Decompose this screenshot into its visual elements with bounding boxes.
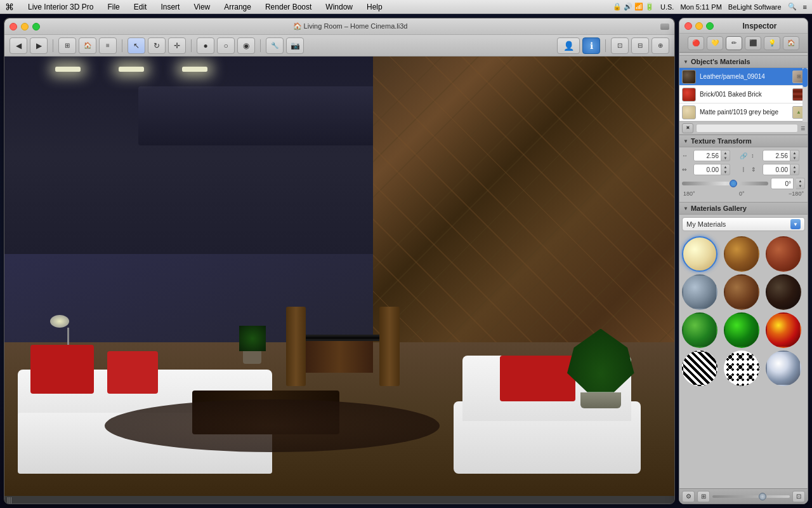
menu-icon[interactable]: ≡ <box>803 3 807 11</box>
sphere-spots[interactable] <box>724 351 759 386</box>
rotation-up[interactable]: ▲ <box>796 178 804 184</box>
sphere-metal[interactable] <box>682 274 717 310</box>
close-button[interactable] <box>10 23 17 30</box>
tab-texture[interactable]: ⬛ <box>745 36 761 50</box>
menu-file[interactable]: File <box>105 2 122 12</box>
rotation-slider-thumb <box>730 180 737 187</box>
menu-insert[interactable]: Insert <box>158 2 182 12</box>
menu-app[interactable]: Live Interior 3D Pro <box>25 2 96 12</box>
scale-x-stepper[interactable]: ▲ ▼ <box>721 150 730 161</box>
3dview-button[interactable]: 🏠 <box>79 37 96 54</box>
back-button[interactable]: ◀ <box>10 37 27 54</box>
sphere-chrome[interactable] <box>766 351 801 386</box>
minimize-button[interactable] <box>21 23 29 30</box>
scale-y-down[interactable]: ▼ <box>790 156 799 161</box>
scale-x-input[interactable] <box>693 150 721 161</box>
material-item-paint[interactable]: Matte paint/1019 grey beige ▲ <box>679 104 808 121</box>
options-menu[interactable]: ≡ <box>801 124 805 133</box>
sphere-green2[interactable] <box>724 312 759 348</box>
menu-window[interactable]: Window <box>323 2 355 12</box>
apple-menu[interactable]: ⌘ <box>5 2 14 12</box>
sphere-wood[interactable] <box>724 236 759 272</box>
move-tool[interactable]: ✛ <box>168 37 186 54</box>
offset-y-input[interactable] <box>763 164 790 175</box>
menu-edit[interactable]: Edit <box>131 2 150 12</box>
material-item-brick[interactable]: Brick/001 Baked Brick ⊞ <box>679 86 808 104</box>
rotation-down[interactable]: ▼ <box>796 184 804 189</box>
search-field[interactable] <box>696 124 798 133</box>
menubar-icons: 🔒 🔊 📶 🔋 <box>613 3 654 11</box>
rotation-slider[interactable] <box>682 182 768 185</box>
zoom-slider[interactable] <box>712 495 790 498</box>
menubar-location: U.S. <box>660 3 674 11</box>
menu-arrange[interactable]: Arrange <box>221 2 254 12</box>
sphere-green[interactable] <box>682 312 717 348</box>
section-arrow: ▼ <box>683 59 688 65</box>
offset-x-up[interactable]: ▲ <box>721 164 730 170</box>
maximize-button[interactable] <box>32 23 40 30</box>
viewport[interactable] <box>4 57 674 496</box>
view2-btn[interactable]: ⊟ <box>631 37 649 54</box>
people-btn[interactable]: 👤 <box>557 37 580 54</box>
sphere-brick[interactable] <box>766 236 801 272</box>
scale-y-up[interactable]: ▲ <box>790 150 799 156</box>
menu-view[interactable]: View <box>191 2 213 12</box>
cylinder-tool[interactable]: ◉ <box>237 37 255 54</box>
scale-x-up[interactable]: ▲ <box>721 150 730 156</box>
offset-x-group: ▲ ▼ <box>693 164 736 175</box>
info-btn[interactable]: ℹ <box>582 37 600 54</box>
menubar-right: 🔒 🔊 📶 🔋 U.S. Mon 5:11 PM BeLight Softwar… <box>613 3 807 11</box>
rotation-input[interactable] <box>771 178 794 189</box>
inspector-bottom-toolbar: ⚙ ⊞ ⊡ <box>679 488 808 504</box>
camera-tool[interactable]: 📷 <box>286 37 304 54</box>
cushion-1 <box>30 345 94 394</box>
window-resize-handle[interactable] <box>660 23 669 30</box>
gear-button[interactable]: ⚙ <box>682 491 695 502</box>
sphere-brown[interactable] <box>724 274 759 310</box>
gallery-dropdown[interactable]: My Materials ▼ <box>682 217 805 231</box>
scale-x-down[interactable]: ▼ <box>721 156 730 161</box>
offset-y-stepper[interactable]: ▲ ▼ <box>790 164 799 175</box>
build-tool[interactable]: 🔧 <box>266 37 284 54</box>
search-icon[interactable]: 🔍 <box>788 3 797 11</box>
add-button[interactable]: ⊞ <box>697 491 710 502</box>
offset-y-down[interactable]: ▼ <box>790 170 799 175</box>
forward-button[interactable]: ▶ <box>30 37 48 54</box>
insp-minimize[interactable] <box>695 22 703 30</box>
tab-object[interactable]: 💛 <box>707 36 723 50</box>
menu-help[interactable]: Help <box>364 2 385 12</box>
small-plant <box>239 326 266 364</box>
floorplan-button[interactable]: ⊞ <box>58 37 76 54</box>
offset-x-stepper[interactable]: ▲ ▼ <box>721 164 730 175</box>
tab-paint[interactable]: ✏ <box>726 36 742 50</box>
sphere-zebra[interactable] <box>682 351 717 386</box>
select-tool[interactable]: ↖ <box>128 37 145 54</box>
offset-y-up[interactable]: ▲ <box>790 164 799 170</box>
rotate-tool[interactable]: ↻ <box>148 37 166 54</box>
viewport-scrollbar[interactable]: ||| <box>4 496 674 504</box>
tab-light[interactable]: 💡 <box>764 36 780 50</box>
insp-close[interactable] <box>684 22 692 30</box>
blueprint-button[interactable]: ≡ <box>99 37 117 54</box>
material-item-leather[interactable]: Leather/pamela_09014 ⊞ <box>679 68 808 86</box>
materials-scrollbar[interactable] <box>802 68 808 122</box>
scale-y-input[interactable] <box>763 150 790 161</box>
export-button[interactable]: ⊡ <box>792 491 805 502</box>
rotation-stepper[interactable]: ▲ ▼ <box>796 178 805 189</box>
view1-btn[interactable]: ⊡ <box>611 37 629 54</box>
plant-foliage <box>567 329 634 392</box>
sphere-cream[interactable] <box>682 236 717 272</box>
ring-tool[interactable]: ○ <box>217 37 235 54</box>
tab-materials[interactable]: 🔴 <box>688 36 704 50</box>
wand-button[interactable]: ✦ <box>682 123 693 133</box>
menu-render[interactable]: Render Boost <box>263 2 314 12</box>
sphere-dark[interactable] <box>766 274 801 310</box>
insp-maximize[interactable] <box>706 22 714 30</box>
offset-x-input[interactable] <box>693 164 721 175</box>
sphere-fire[interactable] <box>766 312 801 348</box>
scale-y-stepper[interactable]: ▲ ▼ <box>790 150 799 161</box>
sphere-tool[interactable]: ● <box>197 37 214 54</box>
view3-btn[interactable]: ⊕ <box>652 37 669 54</box>
tab-home[interactable]: 🏠 <box>783 36 799 50</box>
offset-x-down[interactable]: ▼ <box>721 170 730 175</box>
